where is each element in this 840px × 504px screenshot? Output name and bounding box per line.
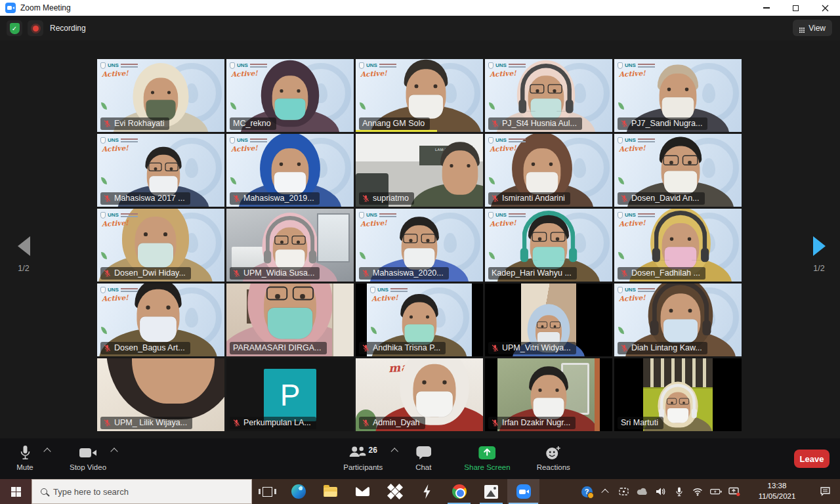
mute-button[interactable]: Mute [10, 438, 39, 471]
uns-shield-icon [618, 62, 623, 69]
view-button[interactable]: View [793, 20, 832, 36]
active-watermark: Active! [231, 144, 258, 153]
video-tile[interactable]: UNSActive!Kadep_Hari Wahyu ... [485, 209, 612, 282]
tray-microphone-icon[interactable] [673, 479, 685, 504]
previous-page-arrow-icon[interactable] [18, 236, 30, 256]
video-tile[interactable]: UNSActive!PJ_St4 Husnia Aul... [485, 59, 612, 132]
participants-icon [349, 445, 367, 461]
video-tile[interactable]: Irfan Dzakir Nugr... [485, 358, 612, 431]
video-tile[interactable]: UNSActive!Dosen_David An... [614, 134, 742, 207]
video-tile[interactable]: LAM-PTKessupriatmo [356, 134, 483, 207]
muted-mic-icon [233, 269, 240, 278]
uns-logo: UNS [618, 136, 655, 144]
video-tile[interactable]: UNSActive!Annang GM Solo [356, 59, 483, 132]
taskbar-mail-icon[interactable] [346, 479, 379, 504]
mute-options-caret[interactable] [43, 448, 51, 455]
taskbar-chrome-icon[interactable] [443, 479, 475, 504]
participant-name-tag: PJ_St4 Husnia Aul... [488, 117, 582, 130]
tray-onedrive-icon[interactable] [636, 479, 648, 504]
previous-page-control[interactable]: 1/2 [10, 236, 37, 273]
taskbar-dropbox-icon[interactable] [379, 479, 411, 504]
video-tile[interactable]: makesAdmin_Dyah [356, 358, 483, 431]
video-tile[interactable]: UNSActive!Mahasiswa_2019... [226, 134, 354, 207]
video-tile[interactable]: UPM_ Lilik Wijaya... [97, 358, 224, 431]
participant-name-tag: UPM_Widia Susa... [230, 267, 320, 280]
active-watermark: Active! [619, 144, 646, 153]
video-tile[interactable]: UPM_Vitri Widya... [485, 284, 612, 356]
video-tile[interactable]: UPM_Widia Susa... [226, 209, 354, 282]
tray-wifi-icon[interactable] [692, 479, 704, 504]
uns-logo: UNS [100, 286, 138, 293]
video-tile[interactable]: UNSActive!Dosen_Bagus Art... [97, 284, 224, 356]
tray-cast-icon[interactable] [728, 479, 740, 504]
video-options-caret[interactable] [110, 448, 117, 455]
participant-name-tag: Mahasiswa_2020... [359, 267, 449, 280]
tray-chevron-up-icon[interactable] [599, 479, 611, 504]
taskbar-clock[interactable]: 13:38 11/05/2021 [752, 481, 802, 501]
next-page-control[interactable]: 1/2 [806, 236, 832, 273]
video-tile[interactable]: UNSActive!Andhika Trisna P... [356, 284, 483, 356]
video-tile[interactable]: UNSActive!Dosen_Fadhilah ... [614, 209, 742, 282]
restore-button[interactable] [781, 0, 810, 16]
participant-name-tag: Dosen_Dwi Hiday... [100, 267, 191, 280]
video-tile[interactable]: UNSActive!Mahasiswa_2020... [356, 209, 483, 282]
task-view-button[interactable] [252, 479, 282, 504]
leave-button[interactable]: Leave [794, 450, 830, 468]
participants-label: Participants [343, 463, 383, 471]
muted-mic-icon [233, 194, 240, 203]
start-button[interactable] [0, 479, 32, 504]
minimize-button[interactable] [751, 0, 781, 16]
meeting-security-button[interactable] [7, 20, 22, 36]
share-screen-button[interactable]: Share Screen [464, 438, 510, 471]
video-tile[interactable]: UNSActive!Dosen_Dwi Hiday... [97, 209, 224, 282]
reactions-button[interactable]: Reactions [537, 438, 570, 471]
video-tile[interactable]: PARAMASARI DIRGA... [226, 284, 354, 356]
participants-button[interactable]: 26 Participants [343, 438, 383, 471]
video-tile[interactable]: UNSActive!Evi Rokhayati [97, 59, 224, 132]
task-view-icon [262, 487, 272, 497]
video-camera-icon [79, 445, 97, 461]
video-tile[interactable]: UNSActive!PJ7_Sandi Nugra... [614, 59, 742, 132]
uns-shield-icon [230, 62, 235, 69]
active-watermark: Active! [619, 293, 646, 303]
video-tile[interactable]: UNSActive!Mahasiswa 2017 ... [97, 134, 224, 207]
video-tile[interactable]: PPerkumpulan LA... [226, 358, 354, 431]
video-tile[interactable]: Sri Martuti [614, 358, 742, 431]
video-tile[interactable]: UNSActive!Diah Lintang Kaw... [614, 284, 742, 356]
tray-volume-icon[interactable] [655, 479, 667, 504]
video-tile[interactable]: UNSActive!MC_rekno [226, 59, 354, 132]
uns-logo: UNS [488, 211, 526, 219]
taskbar-photos-icon[interactable] [475, 479, 507, 504]
meeting-top-bar: Recording View [0, 16, 840, 41]
taskbar-edge-icon[interactable] [282, 479, 314, 504]
tray-battery-icon[interactable] [710, 479, 722, 504]
active-watermark: Active! [102, 219, 129, 228]
participants-options-caret[interactable] [391, 448, 398, 455]
action-center-button[interactable] [814, 486, 836, 497]
muted-mic-icon [104, 344, 111, 352]
active-watermark: Active! [371, 293, 398, 303]
participant-name-tag: MC_rekno [230, 117, 276, 130]
participant-name-tag: Ismiranti Andarini [488, 192, 570, 205]
taskbar-bolt-icon[interactable] [411, 479, 443, 504]
gallery-grid-icon [799, 28, 801, 29]
tray-time: 13:38 [752, 481, 802, 492]
taskbar-file-explorer-icon[interactable] [314, 479, 346, 504]
security-shield-icon [10, 23, 20, 34]
tray-snip-icon[interactable] [618, 479, 629, 504]
participant-name-tag: supriatmo [359, 192, 414, 205]
video-tile[interactable]: UNSActive!Ismiranti Andarini [485, 134, 612, 207]
uns-logo: UNS [359, 211, 396, 219]
uns-logo: UNS [488, 136, 526, 144]
tray-help-icon[interactable]: ? [581, 479, 593, 504]
muted-mic-icon [621, 269, 628, 278]
taskbar-zoom-icon[interactable] [507, 479, 539, 504]
chat-button[interactable]: Chat [409, 438, 438, 471]
uns-logo: UNS [618, 211, 655, 219]
stop-video-button[interactable]: Stop Video [70, 438, 106, 471]
next-page-arrow-icon[interactable] [813, 236, 826, 256]
participant-name-tag: Dosen_Fadhilah ... [618, 267, 705, 280]
close-button[interactable] [810, 0, 840, 16]
taskbar-search[interactable]: Type here to search [32, 479, 252, 504]
uns-shield-icon [370, 287, 375, 293]
